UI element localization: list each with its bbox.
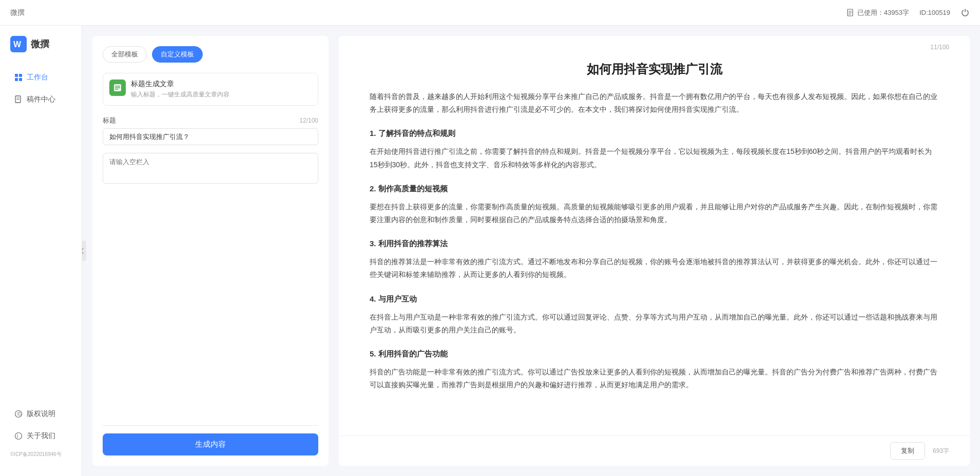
title-field-group: 标题 12/100 — [103, 116, 318, 145]
left-panel: 全部模板 自定义模板 标题生成文章 输入标题，一键生成高质量文章内容 — [92, 36, 329, 466]
tab-custom-templates[interactable]: 自定义模板 — [152, 46, 203, 63]
content-field-group — [103, 153, 318, 186]
section-paragraph-3: 抖音的推荐算法是一种非常有效的推广引流方式。通过不断地发布和分享自己的短视频，你… — [370, 255, 939, 281]
section-title-5: 5. 利用抖音的广告功能 — [370, 347, 939, 361]
title-counter: 12/100 — [299, 117, 318, 124]
icp-text: ©ICP备2022016946号 — [0, 448, 82, 461]
id-info: ID:100519 — [919, 9, 950, 16]
svg-text:i: i — [17, 433, 18, 439]
intro-paragraph: 随着抖音的普及，越来越多的人开始利用这个短视频分享平台来推广自己的产品或服务。抖… — [370, 90, 939, 116]
template-name: 标题生成文章 — [131, 80, 229, 89]
sidebar-bottom: © 版权说明 i 关于我们 ©ICP备2022016946号 — [0, 404, 82, 466]
title-label-text: 标题 — [103, 116, 116, 125]
usage-info: 已使用：43953字 — [847, 8, 909, 17]
tab-all-templates[interactable]: 全部模板 — [103, 46, 147, 63]
template-tabs: 全部模板 自定义模板 — [103, 46, 318, 63]
topbar-right: 已使用：43953字 ID:100519 — [847, 8, 970, 17]
svg-rect-8 — [15, 78, 18, 81]
power-icon[interactable] — [960, 8, 970, 17]
sidebar-item-about[interactable]: i 关于我们 — [4, 426, 78, 446]
title-input[interactable] — [103, 128, 318, 145]
sidebar-item-workspace[interactable]: 工作台 — [4, 68, 78, 87]
svg-point-15 — [15, 433, 22, 440]
word-count: 693字 — [933, 447, 949, 455]
template-info: 标题生成文章 输入标题，一键生成高质量文章内容 — [131, 80, 229, 99]
logo-text: 微撰 — [31, 38, 49, 50]
section-paragraph-2: 要想在抖音上获得更多的流量，你需要制作高质量的短视频。高质量的短视频能够吸引更多… — [370, 201, 939, 226]
topbar-title: 微撰 — [10, 8, 25, 17]
template-card-icon — [109, 80, 126, 96]
main-layout: W 微撰 工作台 — [0, 26, 980, 476]
sidebar-nav: 工作台 稿件中心 — [0, 68, 82, 404]
article-title: 如何用抖音实现推广引流 — [370, 61, 939, 77]
sidebar-item-drafts[interactable]: 稿件中心 — [4, 90, 78, 109]
page-info: 11/100 — [930, 44, 949, 51]
right-panel-header: 11/100 — [339, 36, 970, 51]
copy-button[interactable]: 复制 — [890, 442, 925, 460]
template-desc: 输入标题，一键生成高质量文章内容 — [131, 90, 229, 99]
generate-button[interactable]: 生成内容 — [103, 433, 318, 455]
svg-rect-6 — [15, 74, 18, 77]
section-title-3: 3. 利用抖音的推荐算法 — [370, 236, 939, 250]
section-title-1: 1. 了解抖音的特点和规则 — [370, 126, 939, 140]
document-icon — [847, 9, 855, 17]
title-field-label: 标题 12/100 — [103, 116, 318, 125]
svg-text:©: © — [17, 411, 22, 417]
section-paragraph-5: 抖音的广告功能是一种非常有效的推广引流方式。你可以通过广告投放来让更多的人看到你… — [370, 366, 939, 391]
logo-area: W 微撰 — [0, 36, 82, 68]
circle-icon: i — [14, 432, 23, 440]
panel-divider — [103, 425, 318, 426]
collapse-button[interactable] — [82, 241, 86, 261]
usage-text: 已使用：43953字 — [857, 8, 909, 17]
template-card[interactable]: 标题生成文章 输入标题，一键生成高质量文章内容 — [103, 73, 318, 106]
svg-text:W: W — [13, 40, 22, 49]
section-paragraph-1: 在开始使用抖音进行推广引流之前，你需要了解抖音的特点和规则。抖音是一个短视频分享… — [370, 145, 939, 171]
copyright-label: 版权说明 — [27, 409, 55, 419]
right-panel-footer: 复制 693字 — [339, 435, 970, 466]
svg-rect-7 — [19, 74, 22, 77]
svg-rect-9 — [19, 78, 22, 81]
section-title-2: 2. 制作高质量的短视频 — [370, 182, 939, 195]
article-content[interactable]: 如何用抖音实现推广引流 随着抖音的普及，越来越多的人开始利用这个短视频分享平台来… — [339, 51, 970, 466]
article-body: 随着抖音的普及，越来越多的人开始利用这个短视频分享平台来推广自己的产品或服务。抖… — [370, 90, 939, 391]
right-panel: 11/100 如何用抖音实现推广引流 随着抖音的普及，越来越多的人开始利用这个短… — [339, 36, 970, 466]
grid-icon — [14, 73, 23, 82]
section-paragraph-4: 在抖音上与用户互动是一种非常有效的推广引流方式。你可以通过回复评论、点赞、分享等… — [370, 311, 939, 336]
file-icon — [14, 95, 23, 104]
topbar: 微撰 已使用：43953字 ID:100519 — [0, 0, 980, 26]
sidebar: W 微撰 工作台 — [0, 26, 82, 476]
workspace-label: 工作台 — [27, 73, 48, 82]
sidebar-item-copyright[interactable]: © 版权说明 — [4, 404, 78, 424]
drafts-label: 稿件中心 — [27, 95, 55, 104]
info-icon: © — [14, 410, 23, 418]
about-label: 关于我们 — [27, 431, 55, 441]
content-textarea[interactable] — [103, 153, 318, 184]
section-title-4: 4. 与用户互动 — [370, 292, 939, 306]
logo-icon: W — [10, 36, 27, 52]
content-area: 全部模板 自定义模板 标题生成文章 输入标题，一键生成高质量文章内容 — [82, 26, 980, 476]
